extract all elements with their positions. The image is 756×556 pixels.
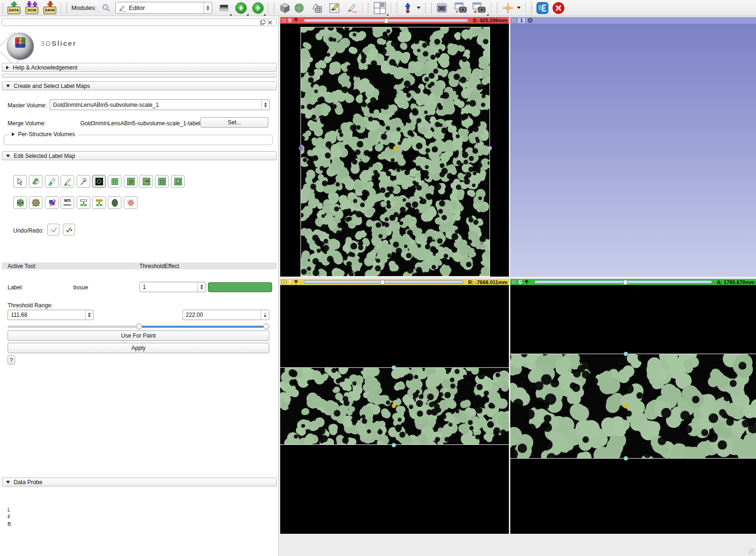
red-slice-slider[interactable] (304, 19, 468, 22)
tool-level-tracing-button[interactable] (77, 175, 90, 188)
volumes-module-button[interactable] (278, 1, 292, 15)
tool-threshold-button[interactable] (92, 175, 106, 188)
apply-button[interactable]: Apply (8, 343, 269, 353)
tool-grow-cut-yellow-button[interactable] (92, 196, 106, 209)
red-slider-handle[interactable] (384, 18, 388, 23)
slice-intersection-dot-cyan[interactable] (392, 365, 396, 370)
threshold-max-spinner[interactable] (261, 310, 269, 320)
green-slice-image[interactable] (510, 354, 756, 458)
tool-grow-cut-button[interactable] (77, 196, 90, 209)
section-data-probe[interactable]: Data Probe (2, 478, 277, 486)
yellow-viewport[interactable] (280, 285, 509, 534)
tool-paint-button[interactable] (45, 175, 59, 188)
green-viewport[interactable] (510, 285, 756, 534)
threeD-viewport[interactable] (510, 24, 756, 277)
slice-intersection-dot-purple[interactable] (299, 146, 303, 150)
undo-button[interactable] (47, 224, 60, 235)
window-resize-grip[interactable] (748, 548, 755, 555)
toolbar-grip[interactable] (66, 3, 68, 13)
green-collapse-button[interactable] (512, 280, 516, 284)
toolbar-grip[interactable] (431, 3, 433, 13)
tool-save-island-button[interactable] (171, 175, 185, 188)
save-button[interactable]: SAVE (43, 1, 58, 15)
pin-icon[interactable] (294, 280, 298, 285)
mouse-place-mode-button[interactable] (401, 1, 415, 15)
label-color-swatch[interactable] (208, 282, 272, 292)
redo-button[interactable] (63, 224, 75, 235)
green-slice-slider[interactable] (534, 280, 712, 284)
module-history-button[interactable] (217, 1, 231, 15)
crosshair-button[interactable] (501, 1, 515, 15)
threeD-options-gear-icon[interactable] (527, 17, 533, 23)
tool-pick-effect-button[interactable] (124, 196, 137, 209)
layout-dropdown-arrow[interactable] (387, 12, 388, 16)
red-collapse-button[interactable] (282, 18, 286, 23)
module-combo-spinner[interactable] (204, 2, 212, 13)
slice-intersection-dot-yellow[interactable] (624, 404, 628, 408)
red-slice-image[interactable] (301, 27, 490, 276)
label-spinner[interactable] (198, 282, 206, 292)
slice-intersection-dot-cyan[interactable] (624, 456, 628, 460)
tool-erode-button[interactable] (13, 196, 27, 209)
scene-view-capture-button[interactable] (453, 1, 469, 15)
tool-paint-over-button[interactable] (108, 175, 121, 188)
close-scene-button[interactable] (551, 1, 566, 15)
section-help-acknowledgement[interactable]: Help & Acknowledgement (2, 63, 277, 72)
slice-intersection-dot-yellow[interactable] (392, 404, 396, 408)
tool-remove-islands-button[interactable] (155, 175, 169, 188)
yellow-slice-slider[interactable] (304, 280, 464, 284)
merge-volume-set-button[interactable]: Set... (200, 117, 268, 128)
yellow-slider-handle[interactable] (380, 280, 385, 285)
history-dropdown-arrow[interactable] (230, 12, 232, 16)
use-for-paint-button[interactable]: Use For Paint (8, 330, 269, 341)
scene-view-restore-button[interactable] (471, 1, 488, 15)
slider-max-handle[interactable] (263, 323, 269, 330)
scene-restore-dropdown-arrow[interactable] (487, 12, 489, 16)
toolbar-grip[interactable] (2, 3, 4, 13)
load-dicom-button[interactable]: DCM (25, 1, 40, 15)
tool-default-button[interactable] (13, 175, 27, 188)
slider-min-handle[interactable] (136, 323, 142, 330)
tool-watershed-button[interactable]: WSmarker (60, 196, 74, 209)
module-search-button[interactable] (99, 1, 113, 15)
master-volume-spinner[interactable] (261, 100, 269, 110)
module-selector-combobox[interactable]: Editor (115, 2, 212, 14)
help-button[interactable]: ? (8, 356, 15, 365)
threeD-collapse-button[interactable] (512, 18, 516, 23)
per-structure-header[interactable]: Per-Structure Volumes (9, 131, 78, 138)
panel-dock-titlebar[interactable] (1, 18, 277, 26)
place-mode-dropdown-arrow[interactable] (417, 7, 421, 9)
green-slider-handle[interactable] (623, 280, 627, 285)
slice-intersection-dot-cyan[interactable] (392, 443, 396, 447)
master-volume-combobox[interactable]: Gold3nmInLensABin5-subvolume-scale_1 (50, 99, 270, 110)
tool-dilate-button[interactable] (29, 196, 43, 209)
layout-selector-button[interactable] (372, 1, 388, 15)
toolbar-grip[interactable] (274, 3, 275, 13)
section-edit-label-map[interactable]: Edit Selected Label Map (2, 151, 277, 160)
threshold-max-spinbox[interactable]: 222.00 (182, 310, 269, 320)
toolbar-grip[interactable] (368, 3, 369, 13)
pin-icon[interactable] (294, 18, 298, 23)
panel-float-icon[interactable] (260, 20, 265, 25)
red-viewport[interactable] (280, 24, 509, 277)
screenshot-button[interactable] (435, 1, 449, 15)
module-back-button[interactable] (234, 1, 248, 15)
editor-module-button[interactable] (328, 1, 342, 15)
crosshair-dropdown-arrow[interactable] (517, 7, 521, 9)
yellow-collapse-button[interactable] (282, 280, 286, 284)
module-forward-button[interactable] (251, 1, 265, 15)
threshold-range-slider[interactable] (8, 323, 267, 330)
toolbar-grip[interactable] (396, 3, 398, 13)
tool-identify-islands-button[interactable] (124, 175, 137, 188)
slice-intersection-dot-yellow[interactable] (393, 146, 397, 150)
toolbar-grip[interactable] (531, 3, 533, 13)
panel-close-icon[interactable] (267, 20, 273, 25)
tool-change-label-button[interactable] (45, 196, 59, 209)
collapsed-empty-bar[interactable] (2, 74, 277, 78)
label-number-spinbox[interactable]: 1 (139, 282, 206, 292)
tool-draw-button[interactable] (60, 175, 74, 188)
tool-change-island-button[interactable] (139, 175, 153, 188)
slice-intersection-dot-cyan[interactable] (624, 352, 628, 356)
pin-icon[interactable] (524, 280, 529, 285)
load-data-button[interactable]: DATA (7, 1, 22, 15)
